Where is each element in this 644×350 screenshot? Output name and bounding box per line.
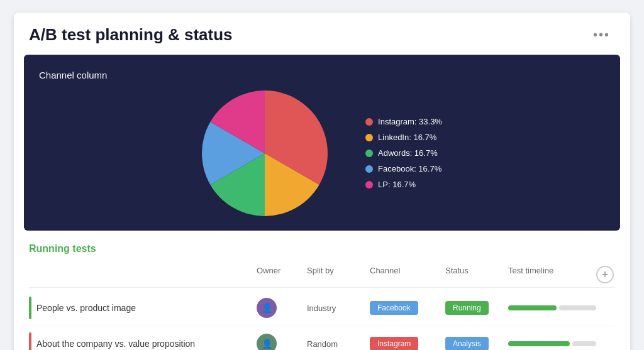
row-2-timeline: [508, 341, 596, 346]
pie-chart: [202, 90, 328, 216]
running-tests-section: Running tests Owner Split by Channel Sta…: [14, 231, 630, 350]
legend-dot-adwords: [365, 150, 373, 157]
row-1-name: People vs. product image: [29, 297, 257, 319]
chart-legend: Instagram: 33.3% LinkedIn: 16.7% Adwords…: [365, 117, 442, 189]
legend-item-instagram: Instagram: 33.3%: [365, 117, 442, 126]
page-title: A/B test planning & status: [29, 25, 233, 45]
row-2-split-by: Random: [307, 339, 370, 349]
legend-label-lp: LP: 16.7%: [378, 180, 416, 189]
table-header: Owner Split by Channel Status Test timel…: [29, 262, 615, 288]
legend-label-adwords: Adwords: 16.7%: [378, 148, 438, 158]
col-header-owner: Owner: [257, 266, 307, 283]
row-1-split-by: Industry: [307, 304, 370, 313]
row-1-channel-badge: Facebook: [370, 301, 418, 315]
legend-item-lp: LP: 16.7%: [365, 180, 442, 189]
legend-dot-linkedin: [365, 134, 373, 141]
row-2-channel: Instagram: [370, 337, 445, 350]
legend-label-linkedin: LinkedIn: 16.7%: [378, 133, 436, 142]
table-row: About the company vs. value proposition …: [29, 326, 615, 350]
row-2-status-badge: Analysis: [445, 337, 489, 350]
row-2-indicator: [29, 332, 31, 350]
row-1-timeline-fill: [508, 305, 557, 310]
row-2-status: Analysis: [445, 337, 508, 350]
row-2-name: About the company vs. value proposition: [29, 332, 257, 350]
col-header-add: +: [596, 266, 615, 283]
col-header-timeline: Test timeline: [508, 266, 596, 283]
row-1-label: People vs. product image: [36, 303, 136, 313]
row-2-timeline-empty: [572, 341, 596, 346]
running-tests-title: Running tests: [29, 243, 615, 254]
chart-title: Channel column: [39, 70, 605, 80]
row-1-avatar: 👤: [257, 298, 277, 318]
row-1-timeline: [508, 305, 596, 310]
row-1-status: Running: [445, 301, 508, 315]
row-1-status-badge: Running: [445, 301, 489, 315]
col-header-name: [29, 266, 257, 283]
row-1-indicator: [29, 297, 31, 319]
legend-item-linkedin: LinkedIn: 16.7%: [365, 133, 442, 142]
more-options-button[interactable]: •••: [588, 25, 615, 45]
chart-content: Instagram: 33.3% LinkedIn: 16.7% Adwords…: [39, 90, 605, 216]
add-test-button[interactable]: +: [596, 266, 614, 283]
legend-label-facebook: Facebook: 16.7%: [378, 164, 441, 173]
legend-dot-instagram: [365, 118, 373, 126]
row-2-timeline-fill: [508, 341, 570, 346]
legend-label-instagram: Instagram: 33.3%: [378, 117, 442, 126]
card-header: A/B test planning & status •••: [14, 13, 630, 55]
col-header-split-by: Split by: [307, 266, 370, 283]
row-1-timeline-empty: [559, 305, 596, 310]
chart-section: Channel column: [24, 55, 620, 231]
row-2-label: About the company vs. value proposition: [36, 339, 195, 349]
row-2-channel-badge: Instagram: [370, 337, 418, 350]
row-1-owner: 👤: [257, 298, 307, 318]
chart-inner: Channel column: [39, 70, 605, 216]
row-2-owner: 👤: [257, 334, 307, 350]
legend-item-facebook: Facebook: 16.7%: [365, 164, 442, 173]
row-1-channel: Facebook: [370, 301, 445, 315]
legend-dot-facebook: [365, 165, 373, 173]
row-2-avatar: 👤: [257, 334, 277, 350]
col-header-status: Status: [445, 266, 508, 283]
legend-dot-lp: [365, 181, 373, 189]
main-card: A/B test planning & status ••• Channel c…: [14, 13, 630, 350]
legend-item-adwords: Adwords: 16.7%: [365, 148, 442, 158]
table-row: People vs. product image 👤 Industry Face…: [29, 290, 615, 326]
col-header-channel: Channel: [370, 266, 445, 283]
